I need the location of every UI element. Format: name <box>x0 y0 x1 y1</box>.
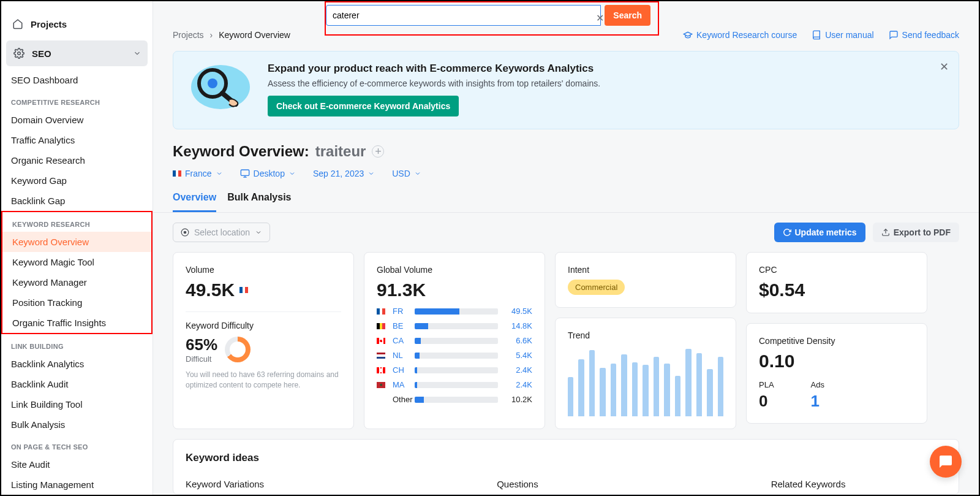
trend-bar <box>707 369 712 416</box>
volume-bar-value: 6.6K <box>503 336 532 345</box>
sidebar-item-organic-research[interactable]: Organic Research <box>1 150 153 170</box>
sidebar-item-backlink-audit[interactable]: Backlink Audit <box>1 374 153 394</box>
filter-currency[interactable]: USD <box>392 169 421 178</box>
volume-bar <box>415 323 498 329</box>
chevron-down-icon <box>133 49 141 58</box>
sidebar-section-competitive: COMPETITIVE RESEARCH <box>1 90 153 110</box>
sidebar-item-keyword-gap[interactable]: Keyword Gap <box>1 170 153 191</box>
global-volume-row[interactable]: CA 6.6K <box>377 336 532 345</box>
sidebar-seo[interactable]: SEO <box>6 40 148 66</box>
sidebar-item-backlink-gap[interactable]: Backlink Gap <box>1 191 153 211</box>
refresh-icon <box>783 228 791 237</box>
flag-nl-icon <box>377 353 385 359</box>
flag-fr-icon <box>173 170 181 177</box>
sidebar-item-position-tracking[interactable]: Position Tracking <box>2 292 151 313</box>
trend-bar <box>578 359 584 417</box>
card-global-volume: Global Volume 91.3K FR 49.5K BE 14.8K CA… <box>364 252 545 429</box>
sidebar-item-bulk-analysis[interactable]: Bulk Analysis <box>1 414 153 435</box>
flag-ma-icon <box>377 382 385 388</box>
sidebar-projects[interactable]: Projects <box>1 11 153 37</box>
ads-value[interactable]: 1 <box>811 392 824 411</box>
trend-bar <box>568 377 573 416</box>
export-pdf-button[interactable]: Export to PDF <box>873 223 959 242</box>
trend-bar <box>664 364 669 416</box>
keyword-difficulty-sub: Difficult <box>186 354 217 364</box>
promo-close-button[interactable]: ✕ <box>940 60 949 74</box>
graduation-cap-icon <box>683 30 693 40</box>
search-button[interactable]: Search <box>605 5 650 26</box>
keyword-ideas-title: Keyword ideas <box>186 452 946 464</box>
filter-date[interactable]: Sep 21, 2023 <box>313 169 375 178</box>
trend-bar <box>685 349 691 416</box>
topbar: ✕ Search <box>153 1 979 18</box>
sidebar-projects-label: Projects <box>31 19 67 29</box>
message-icon <box>889 30 899 40</box>
promo-cta-button[interactable]: Check out E-commerce Keyword Analytics <box>268 96 459 116</box>
link-user-manual[interactable]: User manual <box>812 30 873 40</box>
cd-value: 0.10 <box>759 351 794 372</box>
global-volume-row[interactable]: CH 2.4K <box>377 365 532 375</box>
tabs: Overview Bulk Analysis <box>153 178 979 213</box>
filter-device[interactable]: Desktop <box>240 169 296 178</box>
volume-bar <box>415 382 498 388</box>
global-volume-row[interactable]: BE 14.8K <box>377 321 532 330</box>
svg-point-8 <box>184 231 186 234</box>
cpc-value: $0.54 <box>759 280 805 300</box>
trend-label: Trend <box>568 330 723 340</box>
sidebar-item-organic-traffic-insights[interactable]: Organic Traffic Insights <box>2 313 151 333</box>
update-metrics-button[interactable]: Update metrics <box>774 223 865 242</box>
trend-bar <box>621 354 627 416</box>
volume-label: Volume <box>186 265 341 275</box>
volume-bar <box>415 397 498 403</box>
global-volume-row[interactable]: NL 5.4K <box>377 351 532 360</box>
volume-bar-value: 14.8K <box>503 321 532 330</box>
volume-bar <box>415 338 498 344</box>
sidebar-item-link-building-tool[interactable]: Link Building Tool <box>1 394 153 414</box>
filter-country[interactable]: France <box>173 169 223 178</box>
sidebar-item-keyword-magic-tool[interactable]: Keyword Magic Tool <box>2 252 151 272</box>
location-icon <box>181 228 189 237</box>
difficulty-donut <box>225 337 251 362</box>
global-volume-row-other: Other 10.2K <box>377 395 532 404</box>
download-icon <box>881 228 890 237</box>
link-keyword-research-course[interactable]: Keyword Research course <box>683 30 797 40</box>
breadcrumb-current: Keyword Overview <box>219 30 290 40</box>
sidebar-item-listing-management[interactable]: Listing Management <box>1 475 153 495</box>
breadcrumb: Projects › Keyword Overview <box>173 30 290 40</box>
sidebar-item-traffic-analytics[interactable]: Traffic Analytics <box>1 130 153 150</box>
breadcrumb-projects[interactable]: Projects <box>173 30 204 40</box>
ideas-col-questions: Questions <box>497 479 538 489</box>
svg-point-0 <box>18 52 21 55</box>
intercom-chat-button[interactable] <box>930 446 962 478</box>
sidebar-item-seo-dashboard[interactable]: SEO Dashboard <box>1 70 153 90</box>
svg-rect-4 <box>241 170 249 175</box>
volume-bar-value: 2.4K <box>503 380 532 389</box>
sidebar-section-on-page: ON PAGE & TECH SEO <box>1 435 153 454</box>
keyword-difficulty-label: Keyword Difficulty <box>186 321 341 330</box>
global-volume-row[interactable]: MA 2.4K <box>377 380 532 389</box>
country-code: NL <box>393 351 410 360</box>
select-location[interactable]: Select location <box>173 223 270 242</box>
country-code: BE <box>393 321 410 330</box>
global-volume-row[interactable]: FR 49.5K <box>377 307 532 316</box>
sidebar-item-keyword-manager[interactable]: Keyword Manager <box>2 272 151 292</box>
svg-point-3 <box>208 78 217 88</box>
add-keyword-button[interactable]: + <box>372 145 384 158</box>
sidebar-section-link-building: LINK BUILDING <box>1 334 153 354</box>
sidebar-item-keyword-overview[interactable]: Keyword Overview <box>2 232 151 252</box>
trend-bar <box>654 357 659 416</box>
keyword-difficulty-value: 65% <box>186 335 217 354</box>
card-volume: Volume 49.5K Keyword Difficulty 65% Diff… <box>173 252 354 429</box>
promo-illustration <box>187 63 254 118</box>
seo-icon <box>12 47 26 60</box>
trend-chart <box>568 349 723 416</box>
sidebar-item-backlink-analytics[interactable]: Backlink Analytics <box>1 354 153 374</box>
clear-icon[interactable]: ✕ <box>596 12 604 24</box>
sidebar-item-domain-overview[interactable]: Domain Overview <box>1 110 153 130</box>
search-input[interactable] <box>326 5 601 26</box>
tab-bulk-analysis[interactable]: Bulk Analysis <box>227 192 291 212</box>
tab-overview[interactable]: Overview <box>173 192 216 212</box>
chevron-right-icon: › <box>210 30 213 40</box>
sidebar-item-site-audit[interactable]: Site Audit <box>1 454 153 475</box>
link-send-feedback[interactable]: Send feedback <box>889 30 959 40</box>
